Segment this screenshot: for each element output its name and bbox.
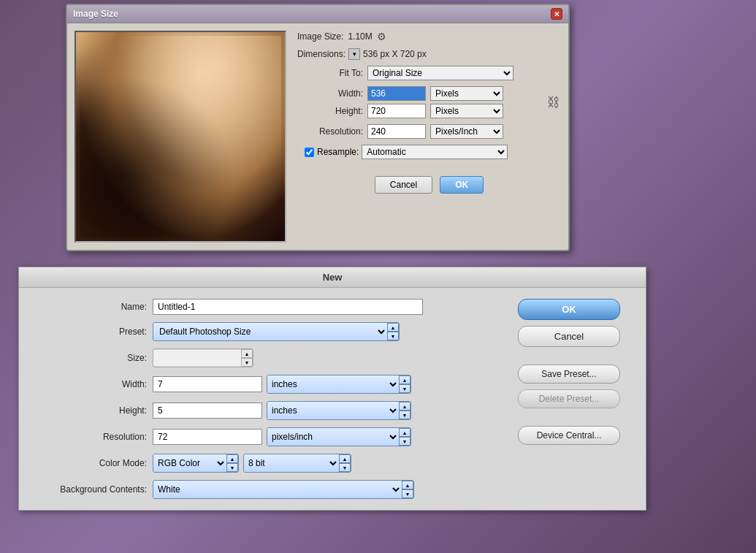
new-resolution-row: Resolution: pixels/inch ▲ ▼ (30, 427, 507, 446)
width-unit-select[interactable]: Pixels (430, 86, 503, 101)
bg-contents-down[interactable]: ▼ (402, 489, 413, 498)
name-label: Name: (30, 302, 147, 312)
gear-icon[interactable]: ⚙ (377, 31, 386, 42)
color-mode-row: Color Mode: RGB Color ▲ ▼ 8 bit (30, 454, 507, 473)
bg-contents-up[interactable]: ▲ (402, 481, 413, 489)
image-size-value: 1.10M (348, 31, 372, 42)
height-unit-select-new[interactable]: inches (267, 402, 399, 419)
size-stepper-up: ▲ (241, 349, 253, 358)
new-resolution-input[interactable] (153, 429, 262, 445)
dialog-buttons: Cancel OK (297, 169, 561, 201)
bg-contents-label: Background Contents: (30, 484, 147, 495)
preset-stepper: ▲ ▼ (387, 323, 399, 340)
bit-depth-up[interactable]: ▲ (339, 454, 351, 463)
image-size-row: Image Size: 1.10M ⚙ (297, 31, 561, 42)
height-input[interactable] (367, 104, 426, 118)
bg-contents-row: Background Contents: White ▲ ▼ (30, 480, 507, 499)
resample-row: Resample: Automatic (305, 145, 561, 159)
height-unit-select[interactable]: Pixels (430, 104, 503, 118)
preset-stepper-up[interactable]: ▲ (387, 323, 399, 332)
fit-to-select[interactable]: Original Size (367, 66, 513, 80)
width-input[interactable] (367, 86, 426, 101)
size-row: Size: ▲ ▼ (30, 348, 507, 367)
resample-label: Resample: (317, 147, 359, 157)
new-ok-button[interactable]: OK (518, 299, 620, 320)
chain-link-icon: ⛓ (546, 86, 561, 118)
image-size-label: Image Size: (297, 31, 343, 42)
dimensions-toggle[interactable]: ▾ (348, 48, 360, 60)
new-cancel-button[interactable]: Cancel (518, 326, 620, 347)
preset-stepper-down[interactable]: ▼ (387, 332, 399, 340)
size-stepper: ▲ ▼ (241, 349, 253, 367)
width-row: Width: Pixels (305, 86, 542, 101)
resolution-unit-up[interactable]: ▲ (399, 428, 411, 437)
width-unit-down[interactable]: ▼ (399, 384, 411, 393)
height-unit-down[interactable]: ▼ (399, 411, 411, 419)
fit-to-label: Fit To: (305, 68, 363, 78)
image-size-body: Image Size: 1.10M ⚙ Dimensions: ▾ 536 px… (67, 23, 568, 250)
preset-row: Preset: Default Photoshop Size ▲ ▼ (30, 322, 507, 341)
image-size-titlebar: Image Size ✕ (67, 5, 568, 23)
bg-contents-select[interactable]: White (153, 481, 402, 498)
preset-select[interactable]: Default Photoshop Size (153, 323, 387, 340)
close-icon: ✕ (554, 10, 560, 18)
name-row: Name: (30, 299, 507, 315)
device-central-button[interactable]: Device Central... (518, 426, 620, 445)
bit-depth-select[interactable]: 8 bit (244, 454, 339, 472)
new-dialog-body: Name: Preset: Default Photoshop Size ▲ ▼ (19, 288, 646, 510)
color-mode-up[interactable]: ▲ (226, 454, 238, 463)
height-unit-stepper: ▲ ▼ (399, 402, 411, 419)
ok-button[interactable]: OK (440, 176, 484, 194)
new-width-input[interactable] (153, 376, 262, 392)
resolution-unit-stepper: ▲ ▼ (399, 428, 411, 446)
image-size-title: Image Size (73, 9, 118, 19)
settings-panel: Image Size: 1.10M ⚙ Dimensions: ▾ 536 px… (297, 31, 561, 243)
new-width-label: Width: (30, 379, 147, 389)
height-row: Height: Pixels (305, 104, 542, 118)
resample-checkbox[interactable] (305, 148, 314, 157)
width-unit-select-new[interactable]: inches (267, 375, 399, 393)
new-height-input[interactable] (153, 403, 262, 419)
width-unit-up[interactable]: ▲ (399, 375, 411, 384)
bit-depth-stepper: ▲ ▼ (339, 454, 351, 472)
height-unit-up[interactable]: ▲ (399, 402, 411, 411)
new-resolution-label: Resolution: (30, 432, 147, 442)
new-height-label: Height: (30, 405, 147, 416)
dimensions-row: Dimensions: ▾ 536 px X 720 px (297, 48, 561, 60)
resolution-unit-select[interactable]: Pixels/Inch (430, 124, 503, 139)
image-preview (75, 31, 286, 243)
resample-select[interactable]: Automatic (362, 145, 508, 159)
preset-label: Preset: (30, 327, 147, 337)
new-dialog-right: OK Cancel Save Preset... Delete Preset..… (518, 299, 635, 499)
cancel-button[interactable]: Cancel (375, 176, 432, 194)
name-input[interactable] (153, 299, 423, 315)
new-dialog-title: New (19, 267, 646, 288)
size-input (153, 350, 241, 366)
color-mode-stepper: ▲ ▼ (226, 454, 238, 472)
close-button[interactable]: ✕ (551, 8, 562, 20)
color-mode-select[interactable]: RGB Color (153, 454, 226, 472)
width-label: Width: (305, 88, 363, 99)
save-preset-button[interactable]: Save Preset... (518, 365, 620, 384)
width-unit-stepper: ▲ ▼ (399, 375, 411, 393)
dimensions-label: Dimensions: (297, 49, 345, 59)
color-mode-down[interactable]: ▼ (226, 463, 238, 472)
bit-depth-down[interactable]: ▼ (339, 463, 351, 472)
resolution-unit-select-new[interactable]: pixels/inch (267, 428, 399, 446)
new-height-row: Height: inches ▲ ▼ (30, 401, 507, 420)
new-width-row: Width: inches ▲ ▼ (30, 375, 507, 394)
size-stepper-down: ▼ (241, 358, 253, 367)
color-mode-label: Color Mode: (30, 458, 147, 468)
delete-preset-button: Delete Preset... (518, 389, 620, 408)
fit-to-row: Fit To: Original Size (305, 66, 561, 80)
new-dialog: New Name: Preset: Default Photoshop Size… (18, 267, 646, 511)
resolution-input[interactable] (367, 124, 426, 139)
resolution-label: Resolution: (305, 126, 363, 137)
resolution-unit-down[interactable]: ▼ (399, 437, 411, 446)
bg-contents-stepper: ▲ ▼ (402, 481, 413, 498)
image-size-dialog: Image Size ✕ Image Size: 1.10M ⚙ Dimensi… (66, 4, 570, 251)
size-label: Size: (30, 353, 147, 363)
new-dialog-left: Name: Preset: Default Photoshop Size ▲ ▼ (30, 299, 507, 499)
height-label: Height: (305, 106, 363, 116)
dimensions-value: 536 px X 720 px (363, 49, 427, 59)
